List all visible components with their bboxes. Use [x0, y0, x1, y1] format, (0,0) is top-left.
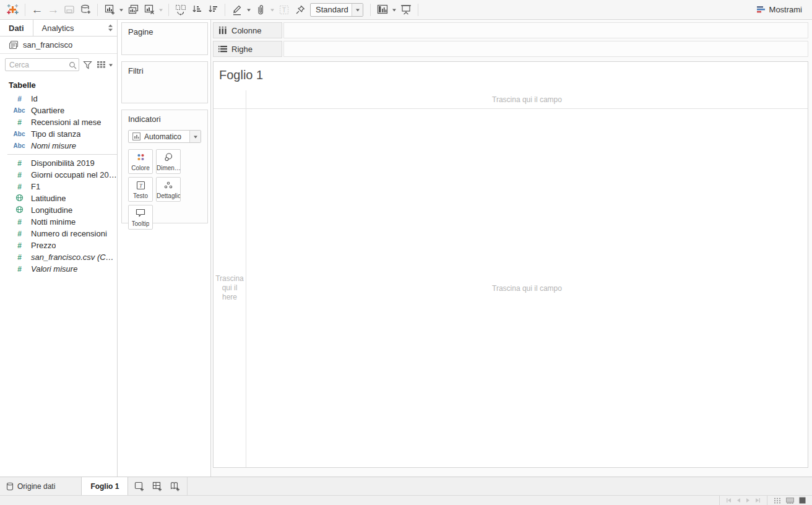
tooltip-icon [136, 205, 145, 220]
presentation-mode-button[interactable] [399, 2, 413, 18]
columns-shelf-label: Colonne [213, 22, 282, 38]
mark-type-caret[interactable] [189, 131, 201, 142]
field-id[interactable]: # Id [0, 93, 117, 105]
top-dropzone[interactable]: Trascina qui il campo [246, 90, 808, 109]
size-button[interactable]: Dimen… [156, 149, 181, 174]
tableau-logo[interactable] [5, 2, 20, 18]
left-dropzone[interactable]: Trascina qui il here [214, 109, 246, 467]
datasource-item[interactable]: san_francisco [0, 37, 117, 54]
save-button[interactable] [62, 2, 77, 18]
filters-card[interactable]: Filtri [121, 61, 208, 103]
search-input[interactable] [5, 58, 79, 71]
last-sheet-button[interactable] [755, 498, 761, 503]
first-sheet-button[interactable] [726, 498, 732, 503]
field-valori-misure[interactable]: # Valori misure [0, 263, 117, 275]
field-longitudine[interactable]: Longitudine [0, 204, 117, 216]
field-nomi-misure[interactable]: Abc Nomi misure [0, 140, 117, 152]
new-datasource-button[interactable] [78, 2, 93, 18]
new-worksheet-tab-button[interactable] [131, 477, 149, 495]
datasource-tab-label: Origine dati [17, 482, 55, 491]
text-button[interactable]: T Testo [128, 177, 153, 202]
sort-descending-button[interactable] [205, 2, 220, 18]
svg-text:T: T [139, 183, 142, 189]
new-worksheet-button[interactable] [102, 2, 117, 18]
field-numero-di-recensioni[interactable]: # Numero di recensioni [0, 228, 117, 240]
sheet-navigation [719, 496, 767, 505]
rows-shelf-dropzone[interactable] [283, 41, 808, 57]
sort-ascending-button[interactable] [189, 2, 204, 18]
group-members-caret[interactable] [269, 7, 275, 12]
number-icon: # [12, 159, 26, 168]
highlight-button[interactable] [230, 2, 244, 18]
previous-icon [736, 498, 741, 503]
tooltip-button[interactable]: Tooltip [128, 205, 153, 230]
field-notti-minime[interactable]: # Notti minime [0, 216, 117, 228]
sheet-title[interactable]: Foglio 1 [214, 62, 808, 90]
tables-header: Tabelle [0, 77, 117, 93]
highlight-caret[interactable] [246, 7, 252, 12]
filters-card-title: Filtri [122, 62, 207, 78]
main-toolbar: ← → [0, 0, 812, 20]
datasource-tab[interactable]: Origine dati [0, 477, 64, 495]
database-icon [6, 482, 14, 491]
new-story-button[interactable] [166, 477, 184, 495]
show-hide-cards-button[interactable] [375, 2, 390, 18]
data-pane: Dati Analytics san_francisco [0, 20, 118, 477]
chevron-down-icon [270, 7, 275, 12]
presentation-mode-icon [400, 4, 412, 15]
new-worksheet-caret[interactable] [118, 7, 124, 12]
fit-dropdown[interactable]: Standard [310, 3, 363, 17]
show-me-button[interactable]: Mostrami [756, 5, 807, 14]
field-label: Recensioni al mese [31, 118, 101, 127]
field-latitudine[interactable]: Latitudine [0, 192, 117, 204]
sheet-tabs-view-button[interactable] [799, 497, 806, 504]
filmstrip-view-button[interactable] [786, 498, 794, 504]
pane-expander-icon[interactable] [104, 20, 117, 36]
fix-axes-button[interactable] [293, 2, 308, 18]
grid-view-icon [97, 61, 106, 69]
left-dropzone-text: Trascina qui il here [215, 274, 244, 302]
pages-card[interactable]: Pagine [121, 22, 208, 55]
columns-shelf-dropzone[interactable] [283, 22, 808, 38]
new-dashboard-button[interactable] [149, 477, 166, 495]
group-members-button[interactable] [253, 2, 268, 18]
show-mark-labels-button[interactable]: T [277, 2, 292, 18]
filter-fields-button[interactable] [82, 60, 93, 70]
fit-dropdown-button[interactable] [352, 4, 363, 16]
field-giorni-occupati[interactable]: # Giorni occupati nel 2018 [0, 169, 117, 181]
field-count-san-francisco[interactable]: # san_francisco.csv (Conteg… [0, 251, 117, 263]
clear-sheet-caret[interactable] [158, 7, 164, 12]
color-icon [136, 150, 145, 165]
tab-data[interactable]: Dati [0, 20, 33, 36]
detail-icon [163, 178, 173, 192]
previous-sheet-button[interactable] [736, 498, 741, 503]
field-prezzo[interactable]: # Prezzo [0, 240, 117, 251]
field-tipo-di-stanza[interactable]: Abc Tipo di stanza [0, 128, 117, 140]
sheet-tab-foglio-1[interactable]: Foglio 1 [81, 477, 128, 496]
detail-button[interactable]: Dettaglio [156, 177, 181, 202]
field-f1[interactable]: # F1 [0, 181, 117, 192]
toolbar-separator [97, 4, 98, 16]
field-label: Id [31, 94, 38, 103]
field-quartiere[interactable]: Abc Quartiere [0, 105, 117, 116]
mark-type-dropdown[interactable]: Automatico [128, 130, 201, 143]
sheet-sorter-view-button[interactable] [774, 498, 781, 504]
field-recensioni-al-mese[interactable]: # Recensioni al mese [0, 116, 117, 128]
duplicate-sheet-button[interactable] [126, 2, 140, 18]
tab-analytics[interactable]: Analytics [33, 20, 83, 36]
funnel-icon [83, 61, 92, 69]
clear-sheet-button[interactable] [142, 2, 157, 18]
center-dropzone[interactable]: Trascina qui il campo [246, 109, 808, 467]
next-sheet-button[interactable] [746, 498, 750, 503]
field-disponibilita-2019[interactable]: # Disponibilità 2019 [0, 157, 117, 169]
swap-axes-button[interactable] [173, 2, 188, 18]
show-hide-cards-caret[interactable] [391, 7, 397, 12]
undo-button[interactable]: ← [30, 2, 45, 18]
redo-button[interactable]: → [46, 2, 61, 18]
shelves-panel: Pagine Filtri Indicatori Automatico [118, 20, 211, 477]
tab-spacer [64, 477, 81, 495]
color-button[interactable]: Colore [128, 149, 153, 174]
view-options-button[interactable] [96, 60, 114, 69]
highlight-pen-icon [231, 4, 243, 15]
field-label: Nomi misure [31, 141, 76, 150]
